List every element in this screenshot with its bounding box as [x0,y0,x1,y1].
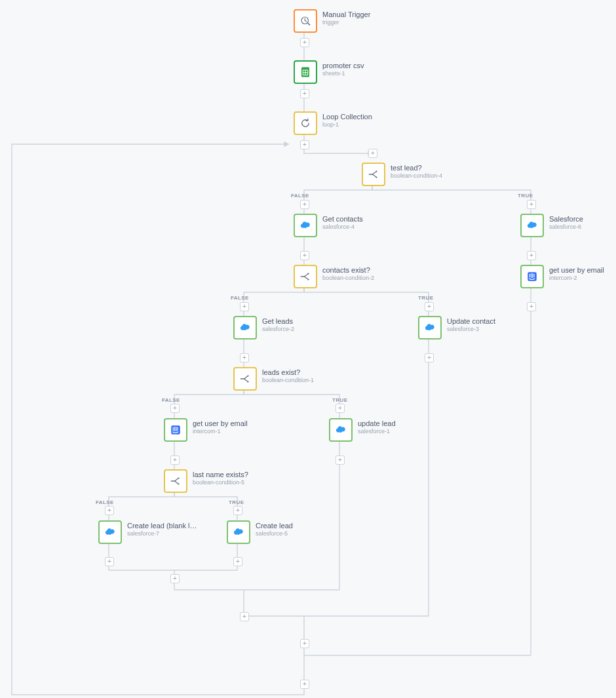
branch-label-contacts_false: FALSE [231,295,249,301]
node-title: Loop Collection [322,113,372,121]
sf-icon [233,316,257,339]
add-step-button[interactable] [170,404,180,413]
node-label-wrap: Loop Collectionloop-1 [322,111,372,128]
node-label-wrap: update leadsalesforce-1 [358,418,396,435]
sf-icon [227,520,250,544]
add-step-button[interactable] [425,302,434,311]
add-step-button[interactable] [105,557,114,566]
node-cond_test[interactable]: test lead?boolean-condition-4 [362,163,442,186]
add-step-button[interactable] [170,456,180,465]
trigger-icon [294,9,317,33]
node-subtitle: boolean-condition-5 [193,479,248,486]
add-step-button[interactable] [233,506,242,515]
add-step-button[interactable] [170,574,180,583]
node-sf_updatelead[interactable]: update leadsalesforce-1 [329,418,396,442]
add-step-button[interactable] [105,506,114,515]
sheets-icon [294,60,317,84]
add-step-button[interactable] [300,639,309,648]
node-intercom_right[interactable]: get user by emailintercom-2 [520,265,604,288]
loop-icon [294,111,317,135]
add-step-button[interactable] [300,680,309,689]
add-step-button[interactable] [300,89,309,98]
node-subtitle: loop-1 [322,121,372,128]
node-sf_updatecontact[interactable]: Update contactsalesforce-3 [418,316,495,339]
node-title: Update contact [447,317,495,326]
branch-label-leads_false: FALSE [162,397,180,403]
node-sf_true_right[interactable]: Salesforcesalesforce-6 [520,214,583,237]
node-intercom_left[interactable]: get user by emailintercom-1 [164,418,248,442]
add-step-button[interactable] [300,38,309,47]
node-subtitle: salesforce-6 [549,223,583,231]
node-label-wrap: leads exist?boolean-condition-1 [262,367,314,384]
node-subtitle: intercom-2 [549,275,604,282]
add-step-button[interactable] [368,149,377,158]
node-trigger[interactable]: Manual Triggertrigger [294,9,370,33]
add-step-button[interactable] [240,302,249,311]
node-title: leads exist? [262,368,314,377]
node-title: test lead? [391,164,442,172]
node-label-wrap: Manual Triggertrigger [322,9,370,26]
add-step-button[interactable] [336,456,345,465]
node-subtitle: salesforce-2 [262,326,294,333]
add-step-button[interactable] [240,353,249,362]
node-label-wrap: test lead?boolean-condition-4 [391,163,442,180]
node-title: Get leads [262,317,294,326]
node-subtitle: boolean-condition-2 [322,275,374,282]
node-subtitle: trigger [322,19,370,26]
node-subtitle: salesforce-7 [127,530,197,537]
node-title: promoter csv [322,62,364,70]
node-title: Manual Trigger [322,10,370,19]
node-subtitle: intercom-1 [193,428,248,435]
branch-label-testlead_true: TRUE [518,193,533,199]
add-step-button[interactable] [300,140,309,149]
node-label-wrap: Create lead (blank l…salesforce-7 [127,520,197,537]
sf-icon [418,316,442,339]
node-label-wrap: Create leadsalesforce-5 [256,520,293,537]
add-step-button[interactable] [300,251,309,260]
node-label-wrap: get user by emailintercom-1 [193,418,248,435]
node-sf_getleads[interactable]: Get leadssalesforce-2 [233,316,294,339]
node-subtitle: boolean-condition-1 [262,377,314,384]
add-step-button[interactable] [527,302,536,311]
node-sheets[interactable]: promoter csvsheets-1 [294,60,364,84]
sf-icon [294,214,317,237]
node-cond_contacts[interactable]: contacts exist?boolean-condition-2 [294,265,374,288]
node-label-wrap: promoter csvsheets-1 [322,60,364,77]
workflow-canvas[interactable]: Manual Triggertriggerpromoter csvsheets-… [0,0,616,698]
node-label-wrap: get user by emailintercom-2 [549,265,604,282]
add-step-button[interactable] [527,251,536,260]
add-step-button[interactable] [240,612,249,621]
branch-icon [233,367,257,391]
node-subtitle: salesforce-5 [256,530,293,537]
branch-label-leads_true: TRUE [332,397,347,403]
node-sf_createlead[interactable]: Create leadsalesforce-5 [227,520,293,544]
branch-label-lastname_false: FALSE [96,499,114,505]
sf-icon [329,418,353,442]
intercom-icon [164,418,187,442]
node-subtitle: salesforce-1 [358,428,396,435]
sf-icon [520,214,544,237]
add-step-button[interactable] [527,200,536,209]
add-step-button[interactable] [233,557,242,566]
sf-icon [98,520,122,544]
node-title: get user by email [549,266,604,275]
add-step-button[interactable] [425,353,434,362]
node-sf_getcontacts[interactable]: Get contactssalesforce-4 [294,214,363,237]
node-title: Salesforce [549,215,583,223]
node-label-wrap: last name exists?boolean-condition-5 [193,469,248,486]
branch-label-lastname_true: TRUE [229,499,244,505]
node-title: Get contacts [322,215,363,223]
intercom-icon [520,265,544,288]
add-step-button[interactable] [336,404,345,413]
branch-label-testlead_false: FALSE [291,193,309,199]
node-sf_createblank[interactable]: Create lead (blank l…salesforce-7 [98,520,197,544]
node-title: Create lead (blank l… [127,522,197,530]
add-step-button[interactable] [300,200,309,209]
node-subtitle: boolean-condition-4 [391,172,442,180]
node-cond_lastname[interactable]: last name exists?boolean-condition-5 [164,469,248,493]
node-cond_leads[interactable]: leads exist?boolean-condition-1 [233,367,314,391]
node-subtitle: salesforce-3 [447,326,495,333]
node-loop[interactable]: Loop Collectionloop-1 [294,111,372,135]
node-title: Create lead [256,522,293,530]
node-subtitle: salesforce-4 [322,223,363,231]
